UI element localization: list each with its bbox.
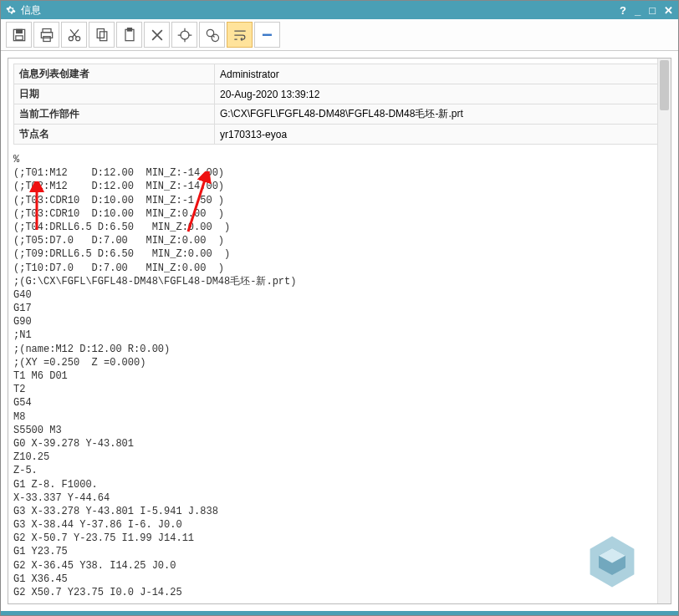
- close-button[interactable]: ✕: [664, 4, 673, 17]
- app-window: 信息 ? _ □ ✕ − 信息列表创建者Administrator 日期20-A…: [0, 0, 679, 616]
- table-row: 节点名yr170313-eyoa: [14, 125, 666, 145]
- svg-rect-11: [127, 28, 131, 30]
- gear-icon: [6, 5, 16, 15]
- bottom-bar: [1, 611, 678, 615]
- collapse-button[interactable]: −: [254, 22, 280, 48]
- meta-label: 信息列表创建者: [14, 64, 215, 84]
- content-area: 信息列表创建者Administrator 日期20-Aug-2020 13:39…: [1, 51, 678, 611]
- meta-table: 信息列表创建者Administrator 日期20-Aug-2020 13:39…: [13, 64, 666, 145]
- save-button[interactable]: [6, 22, 32, 48]
- code-listing[interactable]: % (;T01:M12 D:12.00 MIN_Z:-14.00) (;T02:…: [13, 153, 666, 598]
- meta-value: 20-Aug-2020 13:39:12: [215, 84, 666, 104]
- delete-button[interactable]: [144, 22, 170, 48]
- maximize-button[interactable]: □: [649, 4, 656, 17]
- svg-rect-2: [15, 35, 22, 39]
- cut-button[interactable]: [61, 22, 87, 48]
- target-button[interactable]: [171, 22, 197, 48]
- watermark-logo: [579, 528, 646, 595]
- table-row: 当前工作部件G:\CX\FGFL\FGFL48-DM48\FGFL48-DM48…: [14, 104, 666, 125]
- meta-label: 节点名: [14, 125, 215, 145]
- svg-rect-5: [43, 36, 49, 41]
- find-button[interactable]: [199, 22, 225, 48]
- title-bar: 信息 ? _ □ ✕: [1, 1, 678, 19]
- svg-rect-9: [100, 31, 106, 40]
- copy-button[interactable]: [89, 22, 115, 48]
- help-button[interactable]: ?: [620, 4, 626, 17]
- table-row: 日期20-Aug-2020 13:39:12: [14, 84, 666, 104]
- meta-label: 当前工作部件: [14, 104, 215, 125]
- scrollbar-thumb[interactable]: [660, 60, 669, 110]
- wrap-button[interactable]: [227, 22, 253, 48]
- svg-rect-8: [97, 28, 104, 38]
- print-button[interactable]: [33, 22, 59, 48]
- meta-label: 日期: [14, 84, 215, 104]
- toolbar: −: [1, 19, 678, 51]
- paste-button[interactable]: [116, 22, 142, 48]
- meta-value: Administrator: [215, 64, 666, 84]
- window-title: 信息: [21, 3, 620, 18]
- svg-rect-1: [16, 29, 22, 33]
- table-row: 信息列表创建者Administrator: [14, 64, 666, 84]
- meta-value: G:\CX\FGFL\FGFL48-DM48\FGFL48-DM48毛坯-新.p…: [215, 104, 666, 125]
- minimize-button[interactable]: _: [635, 4, 641, 17]
- svg-point-12: [181, 31, 189, 39]
- meta-value: yr170313-eyoa: [215, 125, 666, 145]
- vertical-scrollbar[interactable]: [657, 59, 671, 603]
- info-panel: 信息列表创建者Administrator 日期20-Aug-2020 13:39…: [8, 58, 671, 604]
- window-controls: ? _ □ ✕: [620, 4, 673, 17]
